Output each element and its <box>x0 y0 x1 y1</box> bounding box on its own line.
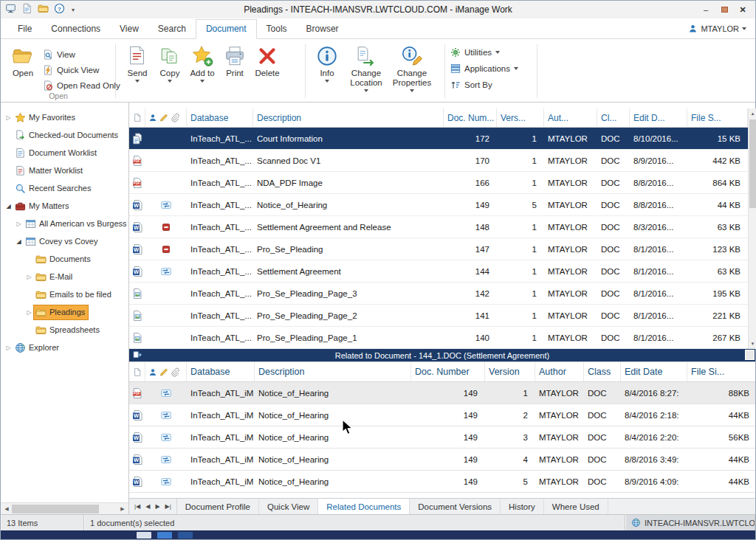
collapse-arrow-icon[interactable]: ▷ <box>24 274 34 280</box>
ribbon-utilities-button[interactable]: Utilities <box>450 46 500 58</box>
sidebar-horizontal-scrollbar[interactable]: ◀ ▶ <box>1 502 128 514</box>
menu-tab-tools[interactable]: Tools <box>257 20 297 38</box>
column-header-database[interactable]: Database <box>187 362 255 381</box>
previous-record-button[interactable]: ◀ <box>145 503 150 510</box>
menu-tab-search[interactable]: Search <box>148 20 196 38</box>
document-type-column-header[interactable] <box>129 362 145 381</box>
ribbon-view-button[interactable]: View <box>43 48 120 60</box>
document-row[interactable]: WInTeach_ATL_...Settlement Agreement and… <box>129 216 748 238</box>
tab-related-documents[interactable]: Related Documents <box>318 499 410 514</box>
ribbon-applications-button[interactable]: Applications <box>450 62 518 75</box>
sidebar-item-spreadsheets[interactable]: Spreadsheets <box>1 321 128 339</box>
sidebar-item-covey-vs-covey[interactable]: ◢Covey vs Covey <box>1 232 128 250</box>
document-row[interactable]: InTeach_ATL_...Pro_Se_Pleading_Page_1140… <box>129 327 748 349</box>
ribbon-change-properties-button[interactable]: Change Properties <box>389 43 435 94</box>
ribbon-add-to-button[interactable]: Add to <box>186 43 219 85</box>
column-header-doc-num[interactable]: Doc. Number <box>411 362 485 381</box>
column-header-version[interactable]: Version <box>485 362 535 381</box>
ribbon-copy-button[interactable]: Copy <box>154 43 186 85</box>
document-row[interactable]: PDFInTeach_ATL_...Scanned Doc V11701MTAY… <box>129 150 748 172</box>
column-header-edit-date[interactable]: Edit D... <box>630 108 687 127</box>
taskbar-item[interactable] <box>157 532 172 539</box>
connect-button[interactable] <box>5 3 16 16</box>
ribbon-delete-button[interactable]: Delete <box>251 43 284 80</box>
sidebar-item-my-matters[interactable]: ◢My Matters <box>1 197 128 215</box>
scroll-left-arrow-icon[interactable]: ◀ <box>1 504 12 514</box>
tab-document-versions[interactable]: Document Versions <box>410 499 501 514</box>
ribbon-open-read-only-button[interactable]: Open Read Only <box>43 79 120 91</box>
tab-document-profile[interactable]: Document Profile <box>177 499 259 514</box>
document-row[interactable]: WInTeach_ATL_iMNotice_of_Hearing1495MTAY… <box>129 471 755 493</box>
column-header-description[interactable]: Description <box>255 362 411 381</box>
document-row[interactable]: PDFInTeach_ATL_iMNotice_of_Hearing1491MT… <box>129 382 755 404</box>
column-header-edit-date[interactable]: Edit Date <box>621 362 687 381</box>
document-row[interactable]: WInTeach_ATL_...Settlement Agreement1441… <box>129 260 748 283</box>
open-button[interactable]: Open <box>7 43 39 80</box>
maximize-button[interactable] <box>716 3 732 16</box>
new-document-button[interactable] <box>21 3 32 16</box>
expand-arrow-icon[interactable]: ◢ <box>4 203 13 210</box>
document-row[interactable]: WInTeach_ATL_...Pro_Se_Pleading1471MTAYL… <box>129 238 748 260</box>
menu-tab-document[interactable]: Document <box>196 19 257 39</box>
expand-arrow-icon[interactable]: ◢ <box>14 238 24 245</box>
collapse-arrow-icon[interactable]: ▷ <box>14 221 24 227</box>
column-header-file-size[interactable]: File Si... <box>687 362 756 381</box>
sidebar-item-matter-worklist[interactable]: Matter Worklist <box>1 162 128 179</box>
column-header-description[interactable]: Description <box>253 108 444 127</box>
menu-tab-view[interactable]: View <box>110 20 148 38</box>
sidebar-item-all-american-vs-burgess[interactable]: ▷All American vs Burgess <box>1 215 128 232</box>
status-columns-header[interactable] <box>145 108 187 127</box>
column-header-author[interactable]: Aut... <box>544 108 597 127</box>
sidebar-item-my-favorites[interactable]: ▷My Favorites <box>1 108 128 126</box>
scroll-down-arrow-icon[interactable]: ▼ <box>748 339 756 349</box>
taskbar-item[interactable] <box>178 532 193 539</box>
sidebar-item-emails-to-be-filed[interactable]: Emails to be filed <box>1 285 128 303</box>
sidebar-item-document-worklist[interactable]: Document Worklist <box>1 144 128 162</box>
sidebar-item-documents[interactable]: Documents <box>1 250 128 268</box>
tab-where-used[interactable]: Where Used <box>544 499 608 514</box>
column-header-author[interactable]: Author <box>535 362 584 381</box>
ribbon-send-button[interactable]: Send <box>121 43 154 85</box>
scroll-up-arrow-icon[interactable]: ▲ <box>748 108 756 119</box>
document-row[interactable]: WInTeach_ATL_iMNotice_of_Hearing1492MTAY… <box>129 404 755 426</box>
document-row[interactable]: InTeach_ATL_...Pro_Se_Pleading_Page_2141… <box>129 305 748 327</box>
column-header-version[interactable]: Vers... <box>497 108 544 127</box>
help-button[interactable]: ? <box>54 3 65 16</box>
open-folder-button[interactable] <box>38 3 49 16</box>
minimize-button[interactable]: – <box>698 3 714 16</box>
column-header-class[interactable]: Cl... <box>597 108 630 127</box>
ribbon-quick-view-button[interactable]: Quick View <box>43 63 120 76</box>
ribbon-print-button[interactable]: Print <box>219 43 251 80</box>
close-button[interactable]: ✕ <box>735 3 751 16</box>
column-header-class[interactable]: Class <box>584 362 621 381</box>
status-columns-header[interactable] <box>145 362 187 381</box>
first-record-button[interactable]: |◀ <box>134 503 140 510</box>
column-header-file-size[interactable]: File S... <box>687 108 748 127</box>
collapse-arrow-icon[interactable]: ▷ <box>24 309 34 316</box>
sidebar-item-pleadings[interactable]: ▷Pleadings <box>1 303 128 321</box>
tab-quick-view[interactable]: Quick View <box>259 499 318 514</box>
documents-grid-scrollbar[interactable]: ▲ ▼ <box>748 108 756 349</box>
collapse-arrow-icon[interactable]: ▷ <box>4 345 13 351</box>
ribbon-info-button[interactable]: Info <box>311 43 343 85</box>
column-header-database[interactable]: Database <box>187 108 253 127</box>
ribbon-change-location-button[interactable]: Change Location <box>343 43 389 94</box>
sidebar-item-checked-out-documents[interactable]: Checked-out Documents <box>1 126 128 144</box>
toolbar-options-caret-icon[interactable]: ▾ <box>72 7 75 13</box>
related-bar-scroll-box[interactable] <box>745 350 755 360</box>
document-row[interactable]: InTeach_ATL_...Court Information1721MTAY… <box>129 128 748 150</box>
sidebar-item-recent-searches[interactable]: Recent Searches <box>1 179 128 197</box>
last-record-button[interactable]: ▶| <box>165 503 171 510</box>
document-row[interactable]: WInTeach_ATL_iMNotice_of_Hearing1493MTAY… <box>129 426 755 449</box>
document-row[interactable]: WInTeach_ATL_...Notice_of_Hearing1495MTA… <box>129 194 748 216</box>
sidebar-item-e-mail[interactable]: ▷E-Mail <box>1 268 128 285</box>
scrollbar-thumb[interactable] <box>749 120 756 208</box>
sidebar-item-explorer[interactable]: ▷Explorer <box>1 339 128 356</box>
collapse-arrow-icon[interactable]: ▷ <box>4 114 13 121</box>
ribbon-sort-by-button[interactable]: Sort By <box>450 78 492 91</box>
document-row[interactable]: PDFInTeach_ATL_...NDA_PDF Image1661MTAYL… <box>129 172 748 194</box>
next-record-button[interactable]: ▶ <box>155 503 159 510</box>
column-header-doc-num[interactable]: Doc. Num... <box>444 108 497 127</box>
menu-tab-file[interactable]: File <box>8 20 41 38</box>
menu-tab-connections[interactable]: Connections <box>41 20 110 38</box>
